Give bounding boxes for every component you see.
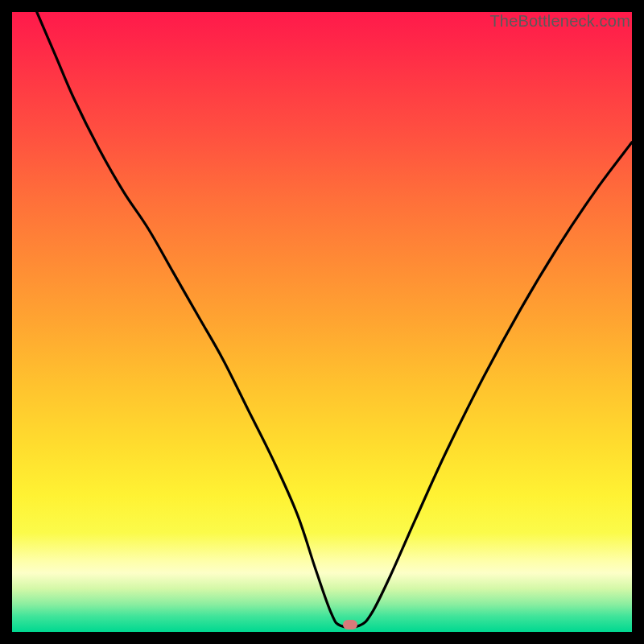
bottleneck-curve	[12, 12, 632, 632]
watermark-text: TheBottleneck.com	[489, 12, 630, 31]
optimal-point-marker	[343, 620, 357, 630]
chart-frame: TheBottleneck.com	[0, 0, 644, 644]
plot-area: TheBottleneck.com	[12, 12, 632, 632]
